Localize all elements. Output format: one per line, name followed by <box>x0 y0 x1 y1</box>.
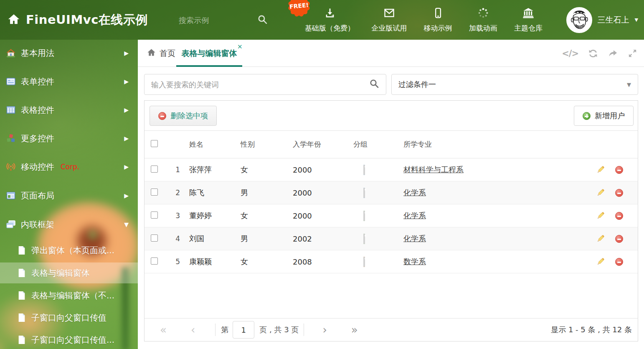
free-badge: FREE! <box>287 0 311 18</box>
sidebar-item-label: 页面布局 <box>21 190 54 201</box>
search-icon[interactable] <box>257 14 268 26</box>
page-label-after: 页 , 共 3 页 <box>259 325 299 335</box>
cell-year: 2008 <box>293 257 353 266</box>
keyword-search <box>144 74 386 95</box>
cell-gender: 女 <box>241 257 293 267</box>
app-window: FineUIMvc在线示例 FREE! 基础版（免费） 企 <box>0 0 644 349</box>
sidebar-item-mobile-controls[interactable]: 移动控件 Corp. ▶ <box>0 157 138 176</box>
tag-icon <box>363 165 365 175</box>
close-tab-icon[interactable]: ✕ <box>237 43 243 51</box>
tab-home[interactable]: 首页 <box>147 40 175 67</box>
row-checkbox[interactable] <box>151 166 158 173</box>
cell-year: 2000 <box>293 166 353 174</box>
row-index: 4 <box>163 234 180 243</box>
first-page-icon[interactable]: « <box>160 324 167 335</box>
delete-row-icon[interactable] <box>615 235 623 243</box>
column-header-group[interactable]: 分组 <box>353 140 403 149</box>
user-menu[interactable]: 三生石上 ▼ <box>566 0 638 40</box>
file-icon <box>18 246 26 255</box>
expand-arrow-icon: ▶ <box>124 192 129 199</box>
chevron-down-icon: ▼ <box>627 82 631 88</box>
avatar <box>566 7 592 33</box>
edit-icon[interactable] <box>596 211 606 221</box>
sidebar-item-form-controls[interactable]: 表单控件 ▶ <box>0 72 138 91</box>
sidebar-item-label: 移动控件 <box>21 161 54 173</box>
row-index: 1 <box>163 166 180 174</box>
edit-icon[interactable] <box>596 188 606 198</box>
delete-row-icon[interactable] <box>615 212 623 220</box>
delete-row-icon[interactable] <box>615 258 623 266</box>
sidebar-item-basic-usage[interactable]: 基本用法 ▶ <box>0 43 138 63</box>
column-header-major[interactable]: 所学专业 <box>403 140 583 149</box>
sidebar-subitem-child-to-parent[interactable]: 子窗口向父窗口传值 <box>0 307 138 328</box>
row-checkbox[interactable] <box>151 211 158 219</box>
next-page-icon[interactable]: › <box>322 324 327 335</box>
major-link[interactable]: 化学系 <box>403 211 426 220</box>
sidebar-subitem-label: 子窗口向父窗口传值 <box>31 312 106 324</box>
antenna-icon <box>6 162 16 172</box>
row-checkbox[interactable] <box>151 189 158 196</box>
expand-arrow-icon: ▶ <box>124 107 129 113</box>
delete-selected-button[interactable]: 删除选中项 <box>150 106 217 126</box>
sidebar-subitem-grid-edit-window[interactable]: 表格与编辑窗体 <box>0 262 138 283</box>
sidebar-item-more-controls[interactable]: 更多控件 ▶ <box>0 129 138 148</box>
sidebar-subitem-child-to-parent-2[interactable]: 子窗口向父窗口传值... <box>0 329 138 349</box>
sidebar-item-page-layout[interactable]: 页面布局 ▶ <box>0 186 138 205</box>
add-user-button[interactable]: 新增用户 <box>574 106 634 126</box>
row-index: 3 <box>163 211 180 220</box>
refresh-icon[interactable] <box>588 48 598 59</box>
major-link[interactable]: 数学系 <box>403 257 426 266</box>
row-checkbox[interactable] <box>151 257 158 265</box>
column-header-gender[interactable]: 性别 <box>241 140 293 149</box>
sidebar-subitem-popup-window[interactable]: 弹出窗体（本页面或... <box>0 240 138 261</box>
keyword-search-input[interactable] <box>145 80 369 89</box>
menu-item-label: 加载动画 <box>469 23 497 33</box>
sidebar-item-grid-controls[interactable]: 表格控件 ▶ <box>0 100 138 120</box>
select-all-checkbox[interactable] <box>151 140 158 147</box>
search-icon[interactable] <box>369 79 379 90</box>
file-icon <box>18 291 26 300</box>
column-header-name[interactable]: 姓名 <box>180 140 241 149</box>
brand[interactable]: FineUIMvc在线示例 <box>8 0 148 40</box>
expand-icon[interactable] <box>628 48 637 58</box>
menu-item-mobile-demo[interactable]: 移动示例 <box>421 7 456 33</box>
filter-dropdown[interactable]: 过滤条件一 ▼ <box>391 74 638 95</box>
row-checkbox[interactable] <box>151 234 158 242</box>
tab-grid-edit-window[interactable]: 表格与编辑窗体 <box>176 40 242 67</box>
view-source-icon[interactable]: </> <box>562 48 578 59</box>
tag-icon <box>363 257 365 267</box>
menu-item-enterprise-trial[interactable]: 企业版试用 <box>368 7 410 33</box>
file-icon <box>18 335 26 344</box>
menu-item-loading-animation[interactable]: 加载动画 <box>466 7 501 33</box>
filter-bar: 过滤条件一 ▼ <box>138 67 644 100</box>
edit-icon[interactable] <box>596 165 606 175</box>
row-index: 5 <box>163 257 180 266</box>
major-link[interactable]: 材料科学与工程系 <box>403 165 464 174</box>
sidebar-subitem-grid-edit-window-2[interactable]: 表格与编辑窗体（不... <box>0 285 138 306</box>
sidebar-item-iframe[interactable]: 内联框架 ▼ <box>0 215 138 234</box>
prev-page-icon[interactable]: ‹ <box>191 324 195 335</box>
cell-year: 2000 <box>293 211 353 220</box>
sidebar-subitem-label: 弹出窗体（本页面或... <box>31 245 114 256</box>
share-icon[interactable] <box>608 48 618 58</box>
page-tools: </> <box>562 40 637 67</box>
major-link[interactable]: 化学系 <box>403 188 426 197</box>
header-search-input[interactable] <box>179 16 241 25</box>
tag-icon <box>363 188 365 198</box>
collapse-arrow-icon: ▼ <box>124 221 129 228</box>
delete-row-icon[interactable] <box>615 166 623 174</box>
menu-item-theme-store[interactable]: 主题仓库 <box>511 7 546 33</box>
delete-row-icon[interactable] <box>615 189 623 197</box>
cell-gender: 女 <box>241 165 293 175</box>
table-icon <box>6 105 16 115</box>
edit-icon[interactable] <box>596 257 606 267</box>
cell-name: 董婷婷 <box>180 211 241 221</box>
major-link[interactable]: 化学系 <box>403 234 426 243</box>
edit-icon[interactable] <box>596 234 606 244</box>
last-page-icon[interactable]: » <box>351 324 358 335</box>
layout-icon <box>6 191 16 201</box>
column-header-year[interactable]: 入学年份 <box>293 140 353 149</box>
page-number-input[interactable] <box>233 321 254 339</box>
header-menu: 基础版（免费） 企业版试用 移动示例 加载动画 <box>302 0 546 40</box>
cell-name: 张萍萍 <box>180 165 241 175</box>
